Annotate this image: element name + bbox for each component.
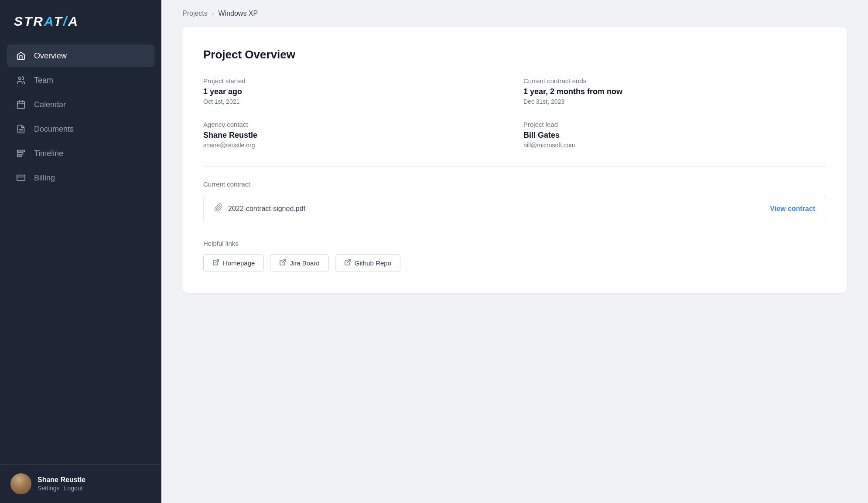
svg-point-0 — [19, 77, 21, 80]
external-link-icon-github — [344, 259, 351, 267]
sidebar-item-label: Team — [34, 76, 53, 85]
users-icon — [16, 75, 26, 85]
content-area: Project Overview Project started 1 year … — [161, 27, 868, 503]
contract-ends-label: Current contract ends — [523, 77, 826, 85]
contract-filename: 2022-contract-signed.pdf — [228, 205, 305, 213]
helpful-links-section: Helpful links Homepage — [203, 240, 826, 272]
paperclip-icon — [214, 203, 223, 214]
project-lead-name: Bill Gates — [523, 131, 826, 140]
document-icon — [16, 124, 26, 134]
sidebar-item-team[interactable]: Team — [7, 69, 154, 92]
svg-rect-8 — [17, 153, 23, 154]
contract-ends-section: Current contract ends 1 year, 2 months f… — [523, 77, 826, 105]
user-name: Shane Reustle — [38, 476, 85, 484]
sidebar: STRAT/A Overview Team — [0, 0, 161, 503]
external-link-icon-jira — [279, 259, 286, 267]
home-icon — [16, 51, 26, 61]
svg-rect-9 — [17, 155, 21, 157]
project-started-section: Project started 1 year ago Oct 1st, 2021 — [203, 77, 506, 105]
svg-rect-1 — [17, 102, 25, 109]
breadcrumb-current: Windows XP — [218, 10, 258, 17]
breadcrumb: Projects › Windows XP — [161, 0, 868, 27]
sidebar-item-label: Timeline — [34, 149, 63, 158]
sidebar-item-label: Calendar — [34, 100, 66, 109]
sidebar-item-overview[interactable]: Overview — [7, 44, 154, 67]
svg-line-13 — [282, 260, 285, 263]
info-grid: Project started 1 year ago Oct 1st, 2021… — [203, 77, 826, 149]
project-lead-email: bill@microsoft.com — [523, 142, 826, 149]
card-title: Project Overview — [203, 48, 826, 61]
links-row: Homepage Jira Board — [203, 254, 826, 272]
homepage-link-label: Homepage — [223, 259, 255, 267]
sidebar-footer: Shane Reustle Settings Logout — [0, 464, 161, 503]
user-info: Shane Reustle Settings Logout — [38, 476, 85, 492]
app-logo: STRAT/A — [14, 14, 147, 29]
jira-link-label: Jira Board — [290, 259, 319, 267]
billing-icon — [16, 173, 26, 183]
contract-box: 2022-contract-signed.pdf View contract — [203, 195, 826, 222]
project-started-label: Project started — [203, 77, 506, 85]
external-link-icon — [212, 259, 219, 267]
contract-ends-value: 1 year, 2 months from now — [523, 87, 826, 96]
project-lead-label: Project lead — [523, 121, 826, 128]
project-started-date: Oct 1st, 2021 — [203, 98, 506, 105]
agency-contact-email: shane@reustle.org — [203, 142, 506, 149]
github-link-label: Github Repo — [355, 259, 391, 267]
logout-link[interactable]: Logout — [64, 485, 83, 492]
sidebar-nav: Overview Team — [0, 41, 161, 464]
breadcrumb-separator: › — [212, 10, 214, 17]
agency-contact-label: Agency contact — [203, 121, 506, 128]
timeline-icon — [16, 148, 26, 159]
agency-contact-section: Agency contact Shane Reustle shane@reust… — [203, 121, 506, 149]
sidebar-item-calendar[interactable]: Calendar — [7, 93, 154, 116]
sidebar-item-label: Documents — [34, 125, 74, 134]
svg-line-14 — [347, 260, 350, 263]
github-link-button[interactable]: Github Repo — [335, 254, 400, 272]
calendar-icon — [16, 99, 26, 110]
breadcrumb-parent[interactable]: Projects — [182, 10, 208, 17]
sidebar-item-timeline[interactable]: Timeline — [7, 142, 154, 165]
settings-link[interactable]: Settings — [38, 485, 60, 492]
contract-file: 2022-contract-signed.pdf — [214, 203, 305, 214]
sidebar-item-documents[interactable]: Documents — [7, 118, 154, 140]
svg-rect-10 — [17, 175, 25, 181]
project-overview-card: Project Overview Project started 1 year … — [182, 27, 847, 293]
divider — [203, 166, 826, 167]
svg-line-12 — [215, 260, 219, 263]
view-contract-link[interactable]: View contract — [770, 205, 815, 213]
logo: STRAT/A — [0, 0, 161, 41]
helpful-links-label: Helpful links — [203, 240, 826, 247]
avatar — [10, 473, 31, 494]
agency-contact-name: Shane Reustle — [203, 131, 506, 140]
jira-link-button[interactable]: Jira Board — [270, 254, 328, 272]
current-contract-label: Current contract — [203, 180, 826, 188]
main-content: Projects › Windows XP Project Overview P… — [161, 0, 868, 503]
sidebar-item-label: Billing — [34, 173, 55, 183]
project-lead-section: Project lead Bill Gates bill@microsoft.c… — [523, 121, 826, 149]
sidebar-item-label: Overview — [34, 51, 67, 61]
homepage-link-button[interactable]: Homepage — [203, 254, 264, 272]
user-actions: Settings Logout — [38, 485, 85, 492]
svg-rect-7 — [17, 150, 25, 152]
sidebar-item-billing[interactable]: Billing — [7, 167, 154, 189]
project-started-value: 1 year ago — [203, 87, 506, 96]
contract-ends-date: Dec 31st, 2023 — [523, 98, 826, 105]
